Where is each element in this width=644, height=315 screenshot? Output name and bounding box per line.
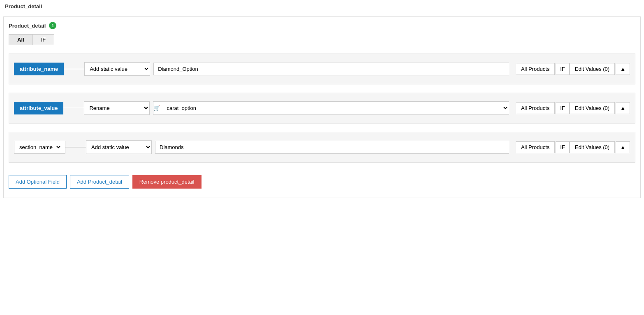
section-label: Product_detail [9, 23, 46, 29]
page-title: Product_detail [0, 0, 644, 13]
filter-if-button[interactable]: IF [32, 34, 55, 45]
add-product-detail-button[interactable]: Add Product_detail [70, 175, 129, 189]
chevron-up-button-2[interactable]: ▲ [616, 102, 630, 114]
if-button-3[interactable]: IF [556, 141, 570, 153]
action-select-wrapper-2[interactable]: Rename Add static value Copy Delete [84, 101, 150, 115]
edit-values-button-2[interactable]: Edit Values (0) [570, 102, 615, 114]
action-area-2: Rename Add static value Copy Delete 🛒 ca… [84, 101, 509, 115]
main-container: Product_detail 1 All IF attribute_name A… [3, 16, 641, 198]
action-select-2[interactable]: Rename Add static value Copy Delete [84, 102, 149, 114]
action-select-wrapper-1[interactable]: Add static value Rename Copy Delete [84, 62, 150, 76]
if-button-2[interactable]: IF [556, 102, 570, 114]
chevron-up-button-1[interactable]: ▲ [616, 63, 630, 75]
add-optional-field-button[interactable]: Add Optional Field [9, 175, 67, 189]
field-select-section-name[interactable]: section_name attribute_name attribute_va… [18, 144, 62, 151]
action-area-3: Add static value Rename Copy Delete [86, 140, 509, 154]
all-products-button-2[interactable]: All Products [516, 102, 555, 114]
connector-line-3 [65, 147, 86, 147]
row-attribute-value: attribute_value Rename Add static value … [9, 93, 635, 124]
value-select-wrapper-2[interactable]: 🛒 carat_option diamond_option section_na… [153, 101, 509, 115]
right-group-2: All Products IF Edit Values (0) ▲ [512, 102, 630, 114]
filter-all-button[interactable]: All [9, 34, 32, 45]
action-select-3[interactable]: Add static value Rename Copy Delete [86, 141, 151, 154]
value-select-2[interactable]: carat_option diamond_option section_name [162, 102, 508, 114]
value-input-3[interactable] [155, 141, 509, 154]
connector-line-1 [64, 69, 84, 69]
cart-icon: 🛒 [153, 105, 160, 111]
all-products-button-1[interactable]: All Products [516, 63, 555, 75]
right-group-1: All Products IF Edit Values (0) ▲ [512, 63, 630, 75]
field-label-section-name[interactable]: section_name attribute_name attribute_va… [14, 141, 65, 154]
value-input-1[interactable] [153, 63, 509, 75]
section-badge: 1 [49, 22, 56, 29]
row-section-name: section_name attribute_name attribute_va… [9, 132, 635, 163]
if-button-1[interactable]: IF [556, 63, 570, 75]
chevron-up-button-3[interactable]: ▲ [616, 141, 630, 153]
remove-product-detail-button[interactable]: Remove product_detail [132, 175, 202, 189]
bottom-buttons: Add Optional Field Add Product_detail Re… [9, 171, 635, 193]
filter-buttons-group: All IF [9, 34, 635, 45]
all-products-button-3[interactable]: All Products [516, 141, 555, 153]
section-header: Product_detail 1 [9, 22, 635, 29]
edit-values-button-1[interactable]: Edit Values (0) [570, 63, 615, 75]
action-select-wrapper-3[interactable]: Add static value Rename Copy Delete [86, 140, 152, 154]
connector-line-2 [63, 108, 84, 108]
action-area-1: Add static value Rename Copy Delete [84, 62, 509, 76]
action-select-1[interactable]: Add static value Rename Copy Delete [85, 63, 150, 75]
field-label-attribute-value: attribute_value [14, 102, 63, 114]
row-attribute-name: attribute_name Add static value Rename C… [9, 54, 635, 84]
right-group-3: All Products IF Edit Values (0) ▲ [512, 141, 630, 153]
edit-values-button-3[interactable]: Edit Values (0) [570, 141, 615, 153]
field-label-attribute-name: attribute_name [14, 63, 64, 75]
